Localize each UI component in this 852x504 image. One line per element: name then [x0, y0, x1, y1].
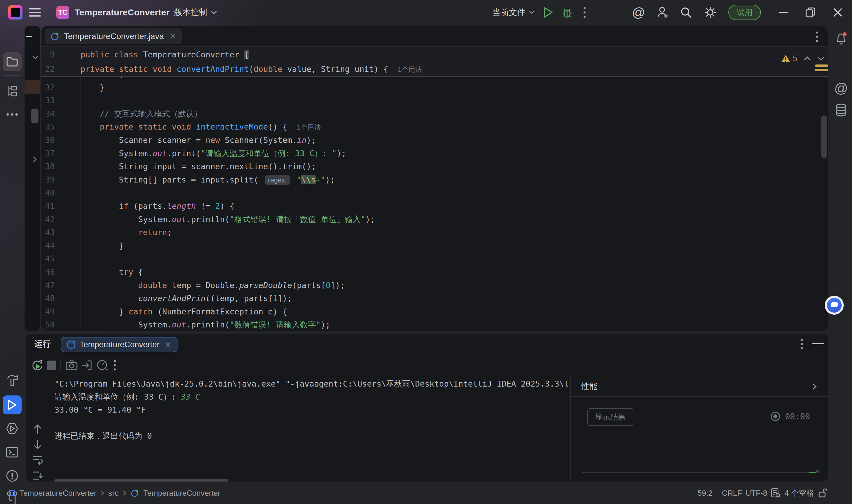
main-menu-icon[interactable]	[29, 0, 41, 25]
code-line: 35 private static void interactiveMode()…	[41, 120, 828, 134]
more-actions-icon[interactable]	[114, 354, 116, 376]
notifications-bell-icon[interactable]	[832, 29, 851, 48]
ai-assistant-floating-button[interactable]	[825, 296, 844, 315]
performance-header[interactable]: 性能	[571, 376, 828, 397]
project-tool-window-button[interactable]	[3, 52, 22, 71]
run-panel-toolbar	[26, 354, 828, 376]
performance-panel: 性能 显示结果 00:00 CPU 堆内存	[570, 376, 828, 482]
line-number: 50	[41, 318, 55, 331]
code-line: 49 } catch (NumberFormatException e) {	[41, 305, 828, 319]
line-number: 44	[41, 239, 55, 253]
add-user-icon[interactable]	[656, 0, 669, 25]
application-window: TC TemperatureConverter 版本控制 当前文件 @	[0, 0, 852, 504]
database-icon[interactable]	[832, 101, 851, 120]
app-logo-icon[interactable]	[8, 0, 22, 25]
code-line: 36 Scanner scanner = new Scanner(System.…	[41, 134, 828, 147]
minimize-window-button[interactable]	[775, 0, 792, 25]
tab-options-icon[interactable]	[816, 31, 818, 42]
code-line: 42 System.out.println("格式错误! 请按「数值 单位」输入…	[41, 213, 828, 226]
screenshot-button[interactable]	[66, 354, 77, 376]
project-badge[interactable]: TC	[56, 0, 69, 25]
line-number: 47	[41, 279, 55, 292]
terminal-tool-window-button[interactable]	[3, 443, 22, 462]
run-panel-header: 运行 TemperatureConverter ✕	[26, 334, 828, 354]
down-arrow-icon[interactable]	[26, 439, 49, 450]
editor-scrollbar-thumb[interactable]	[821, 115, 827, 158]
console-line: 进程已结束，退出代码为 0	[54, 430, 569, 443]
vcs-menu[interactable]: 版本控制	[174, 0, 217, 25]
ai-assistant-icon[interactable]: @	[632, 0, 645, 25]
project-selector[interactable]: TemperatureConverter	[75, 0, 180, 25]
close-window-button[interactable]	[830, 0, 846, 25]
chevron-down-icon[interactable]	[32, 56, 38, 59]
search-icon[interactable]	[680, 0, 692, 25]
services-tool-window-button[interactable]	[3, 419, 22, 438]
close-tab-icon[interactable]: ✕	[170, 32, 176, 41]
line-number: 39	[41, 173, 55, 187]
console-line: 33.00 °C = 91.40 °F	[54, 403, 569, 416]
status-bar: TemperatureConverter src TemperatureConv…	[0, 482, 852, 504]
trial-badge[interactable]: 试用	[728, 0, 761, 25]
code-editor-surface[interactable]: 31 }32 }3334 // 交互式输入模式（默认）35 private st…	[41, 68, 828, 331]
line-number: 46	[41, 266, 55, 279]
console-line	[54, 416, 569, 430]
chevron-right-icon[interactable]	[33, 156, 37, 163]
structure-tool-window-button[interactable]	[3, 82, 22, 101]
hide-panel-icon[interactable]	[812, 343, 823, 344]
run-configuration-selector[interactable]: 当前文件	[492, 0, 534, 25]
code-line: 33	[41, 94, 828, 107]
run-tool-window-button[interactable]	[3, 395, 22, 414]
lane-scrollbar-thumb[interactable]	[31, 109, 38, 123]
breadcrumb[interactable]: TemperatureConverter src TemperatureConv…	[8, 482, 220, 504]
more-tool-windows-icon[interactable]	[3, 105, 22, 124]
file-encoding[interactable]: UTF-8	[745, 482, 767, 504]
rerun-button[interactable]	[31, 354, 43, 376]
code-line: 48 convertAndPrint(temp, parts[1]);	[41, 292, 828, 305]
code-line: 47 double temp = Double.parseDouble(part…	[41, 279, 828, 292]
restore-window-button[interactable]	[802, 0, 819, 25]
inspections-widget[interactable]: 5	[781, 53, 824, 65]
line-separator[interactable]: CRLF	[722, 482, 742, 504]
ai-chat-icon[interactable]: @	[832, 79, 851, 97]
caret-position[interactable]: 59:2	[697, 482, 713, 504]
run-configuration-tab[interactable]: TemperatureConverter ✕	[61, 337, 178, 352]
profiler-button[interactable]	[96, 354, 109, 376]
chevron-down-icon	[529, 11, 534, 14]
rail-divider	[4, 75, 20, 76]
console-horizontal-scrollbar[interactable]	[54, 479, 229, 482]
scroll-to-end-icon[interactable]	[26, 471, 49, 480]
close-tab-icon[interactable]: ✕	[165, 340, 171, 349]
more-run-actions-icon[interactable]	[583, 0, 586, 25]
code-line: 22private static void convertAndPrint(do…	[41, 62, 828, 76]
code-line: 37 System.out.print("请输入温度和单位（例: 33 C）: …	[41, 147, 828, 160]
editor[interactable]: TemperatureConverter.java ✕ 31 }32 }3334…	[41, 26, 828, 331]
attach-debugger-button[interactable]	[81, 354, 92, 376]
settings-gear-icon[interactable]	[704, 0, 717, 25]
console-output[interactable]: "C:\Program Files\Java\jdk-25.0.2\bin\ja…	[54, 377, 569, 480]
line-number: 35	[41, 120, 55, 134]
warning-stripe-mark[interactable]	[815, 65, 828, 67]
recording-timer: 00:00	[771, 408, 810, 425]
java-class-icon	[50, 32, 60, 41]
editor-tab[interactable]: TemperatureConverter.java ✕	[45, 29, 182, 44]
chevron-right-icon[interactable]	[812, 383, 816, 390]
warning-stripe-mark[interactable]	[815, 69, 828, 71]
panel-options-icon[interactable]	[800, 339, 803, 349]
chevron-right-icon	[123, 490, 126, 496]
previous-problem-icon[interactable]	[804, 56, 811, 61]
show-results-button[interactable]: 显示结果	[587, 408, 633, 426]
line-number: 9	[41, 47, 55, 62]
debug-button[interactable]	[562, 0, 573, 25]
soft-wrap-icon[interactable]	[26, 455, 49, 465]
line-number: 40	[41, 186, 55, 200]
line-number: 45	[41, 252, 55, 266]
indent-setting[interactable]: 4 个空格	[771, 482, 814, 504]
run-button[interactable]	[543, 0, 553, 25]
code-line: 44 }	[41, 239, 828, 253]
file-lock-icon[interactable]	[818, 482, 827, 504]
fold-collapse-icon[interactable]	[26, 36, 32, 37]
stop-button[interactable]	[47, 354, 56, 376]
build-tool-window-button[interactable]	[3, 371, 22, 390]
next-problem-icon[interactable]	[817, 56, 824, 61]
up-arrow-icon[interactable]	[26, 424, 49, 434]
